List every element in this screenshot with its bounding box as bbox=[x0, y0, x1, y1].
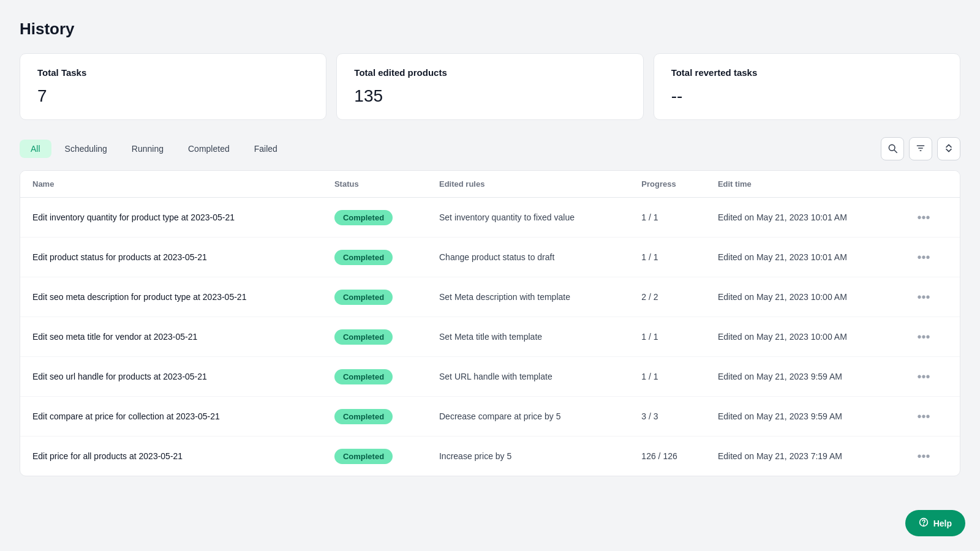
cell-rules-5: Decrease compare at price by 5 bbox=[427, 397, 629, 437]
stat-card-total-tasks: Total Tasks 7 bbox=[20, 53, 326, 120]
more-button-3[interactable]: ••• bbox=[913, 328, 935, 345]
tab-completed[interactable]: Completed bbox=[177, 140, 241, 158]
tab-running[interactable]: Running bbox=[121, 140, 175, 158]
stats-row: Total Tasks 7 Total edited products 135 … bbox=[20, 53, 960, 120]
cell-actions-2: ••• bbox=[900, 277, 960, 317]
cell-status-0: Completed bbox=[322, 198, 427, 238]
col-header-name: Name bbox=[20, 171, 322, 198]
tabs: All Scheduling Running Completed Failed bbox=[20, 140, 288, 158]
more-button-2[interactable]: ••• bbox=[913, 288, 935, 305]
cell-edit-time-3: Edited on May 21, 2023 10:00 AM bbox=[706, 317, 900, 357]
table-row: Edit inventory quantity for product type… bbox=[20, 198, 960, 238]
status-badge-3: Completed bbox=[334, 329, 393, 345]
cell-status-2: Completed bbox=[322, 277, 427, 317]
cell-status-1: Completed bbox=[322, 238, 427, 277]
status-badge-5: Completed bbox=[334, 409, 393, 424]
toolbar-right bbox=[881, 137, 960, 160]
more-button-1[interactable]: ••• bbox=[913, 249, 935, 266]
cell-rules-6: Increase price by 5 bbox=[427, 437, 629, 476]
sort-icon bbox=[944, 143, 954, 155]
filter-icon bbox=[916, 143, 925, 155]
help-circle-icon bbox=[919, 517, 929, 529]
cell-actions-1: ••• bbox=[900, 238, 960, 277]
cell-status-4: Completed bbox=[322, 357, 427, 397]
col-header-status: Status bbox=[322, 171, 427, 198]
cell-progress-0: 1 / 1 bbox=[629, 198, 706, 238]
cell-status-5: Completed bbox=[322, 397, 427, 437]
stat-value-total-tasks: 7 bbox=[37, 86, 309, 106]
cell-name-5: Edit compare at price for collection at … bbox=[20, 397, 322, 437]
cell-actions-4: ••• bbox=[900, 357, 960, 397]
status-badge-6: Completed bbox=[334, 449, 393, 464]
cell-status-6: Completed bbox=[322, 437, 427, 476]
table-header-row: Name Status Edited rules Progress Edit t… bbox=[20, 171, 960, 198]
cell-edit-time-2: Edited on May 21, 2023 10:00 AM bbox=[706, 277, 900, 317]
table-row: Edit compare at price for collection at … bbox=[20, 397, 960, 437]
cell-progress-6: 126 / 126 bbox=[629, 437, 706, 476]
more-button-5[interactable]: ••• bbox=[913, 408, 935, 425]
svg-point-6 bbox=[923, 525, 924, 525]
cell-rules-3: Set Meta title with template bbox=[427, 317, 629, 357]
cell-name-1: Edit product status for products at 2023… bbox=[20, 238, 322, 277]
stat-value-total-edited: 135 bbox=[354, 86, 625, 106]
cell-name-0: Edit inventory quantity for product type… bbox=[20, 198, 322, 238]
tab-scheduling[interactable]: Scheduling bbox=[54, 140, 118, 158]
cell-edit-time-6: Edited on May 21, 2023 7:19 AM bbox=[706, 437, 900, 476]
more-button-6[interactable]: ••• bbox=[913, 448, 935, 465]
cell-actions-6: ••• bbox=[900, 437, 960, 476]
cell-rules-1: Change product status to draft bbox=[427, 238, 629, 277]
cell-progress-2: 2 / 2 bbox=[629, 277, 706, 317]
search-icon bbox=[888, 143, 897, 155]
stat-label-total-reverted: Total reverted tasks bbox=[671, 67, 943, 78]
cell-progress-4: 1 / 1 bbox=[629, 357, 706, 397]
col-header-progress: Progress bbox=[629, 171, 706, 198]
cell-edit-time-4: Edited on May 21, 2023 9:59 AM bbox=[706, 357, 900, 397]
help-button[interactable]: Help bbox=[905, 510, 965, 536]
cell-rules-0: Set inventory quantity to fixed value bbox=[427, 198, 629, 238]
cell-actions-5: ••• bbox=[900, 397, 960, 437]
table-row: Edit price for all products at 2023-05-2… bbox=[20, 437, 960, 476]
more-button-0[interactable]: ••• bbox=[913, 209, 935, 226]
stat-value-total-reverted: -- bbox=[671, 86, 943, 106]
status-badge-1: Completed bbox=[334, 250, 393, 265]
cell-actions-0: ••• bbox=[900, 198, 960, 238]
history-table: Name Status Edited rules Progress Edit t… bbox=[20, 171, 960, 476]
search-button[interactable] bbox=[881, 137, 904, 160]
tab-failed[interactable]: Failed bbox=[243, 140, 288, 158]
cell-status-3: Completed bbox=[322, 317, 427, 357]
page-title: History bbox=[20, 20, 960, 39]
tab-all[interactable]: All bbox=[20, 140, 51, 158]
col-header-actions bbox=[900, 171, 960, 198]
status-badge-4: Completed bbox=[334, 369, 393, 384]
history-table-wrapper: Name Status Edited rules Progress Edit t… bbox=[20, 170, 960, 476]
cell-actions-3: ••• bbox=[900, 317, 960, 357]
table-row: Edit seo url handle for products at 2023… bbox=[20, 357, 960, 397]
cell-name-6: Edit price for all products at 2023-05-2… bbox=[20, 437, 322, 476]
status-badge-0: Completed bbox=[334, 210, 393, 225]
table-row: Edit product status for products at 2023… bbox=[20, 238, 960, 277]
more-button-4[interactable]: ••• bbox=[913, 368, 935, 385]
cell-rules-2: Set Meta description with template bbox=[427, 277, 629, 317]
sort-button[interactable] bbox=[937, 137, 960, 160]
col-header-rules: Edited rules bbox=[427, 171, 629, 198]
filter-bar: All Scheduling Running Completed Failed bbox=[20, 137, 960, 160]
cell-name-3: Edit seo meta title for vendor at 2023-0… bbox=[20, 317, 322, 357]
cell-edit-time-0: Edited on May 21, 2023 10:01 AM bbox=[706, 198, 900, 238]
cell-edit-time-5: Edited on May 21, 2023 9:59 AM bbox=[706, 397, 900, 437]
cell-progress-3: 1 / 1 bbox=[629, 317, 706, 357]
table-row: Edit seo meta title for vendor at 2023-0… bbox=[20, 317, 960, 357]
svg-point-0 bbox=[889, 144, 895, 151]
cell-name-4: Edit seo url handle for products at 2023… bbox=[20, 357, 322, 397]
cell-edit-time-1: Edited on May 21, 2023 10:01 AM bbox=[706, 238, 900, 277]
svg-line-1 bbox=[894, 150, 897, 152]
cell-progress-1: 1 / 1 bbox=[629, 238, 706, 277]
col-header-edit-time: Edit time bbox=[706, 171, 900, 198]
stat-card-total-reverted: Total reverted tasks -- bbox=[654, 53, 960, 120]
stat-label-total-edited: Total edited products bbox=[354, 67, 625, 78]
filter-button[interactable] bbox=[909, 137, 932, 160]
cell-progress-5: 3 / 3 bbox=[629, 397, 706, 437]
cell-rules-4: Set URL handle with template bbox=[427, 357, 629, 397]
help-label: Help bbox=[933, 519, 952, 528]
cell-name-2: Edit seo meta description for product ty… bbox=[20, 277, 322, 317]
stat-card-total-edited: Total edited products 135 bbox=[336, 53, 643, 120]
